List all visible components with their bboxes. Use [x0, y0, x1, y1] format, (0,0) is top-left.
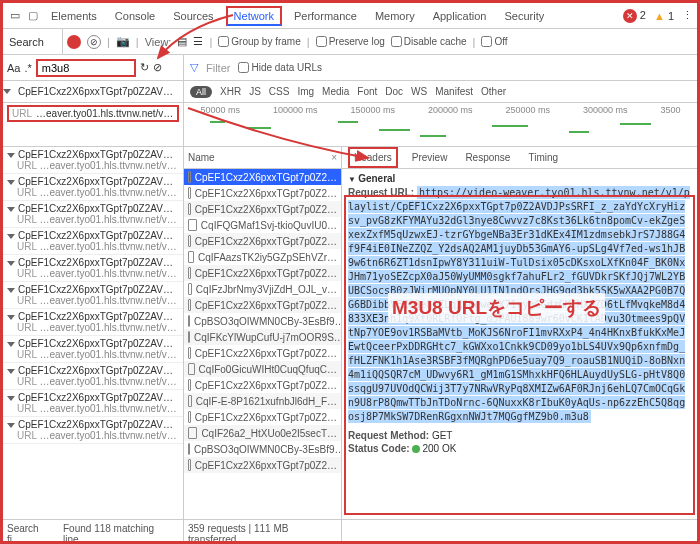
- search-result-item[interactable]: CpEF1Cxz2X6pxxTGpt7p0Z2AVDJP……eaver.tyo0…: [3, 282, 183, 309]
- disable-cache-checkbox[interactable]: Disable cache: [391, 36, 467, 47]
- filter-img[interactable]: Img: [297, 86, 314, 98]
- match-case[interactable]: Aa: [7, 62, 20, 74]
- tab-security[interactable]: Security: [496, 6, 552, 26]
- second-toolbar: Search ⊘ | 📷 | View: ▤ ☰ | Group by fram…: [3, 29, 697, 55]
- search-result-item[interactable]: CpEF1Cxz2X6pxxTGpt7p0Z2AVDJP……eaver.tyo0…: [3, 336, 183, 363]
- status-bar: Search fi… Found 118 matching line… 359 …: [3, 519, 697, 541]
- search-result-title[interactable]: CpEF1Cxz2X6pxxTGpt7p0Z2AVDJP…: [14, 86, 183, 97]
- request-row[interactable]: CqIFo0GicuWIHt0CuqQfuqC…: [184, 361, 341, 377]
- hide-data-urls[interactable]: Hide data URLs: [238, 62, 322, 73]
- filter-icon[interactable]: ▽: [190, 61, 198, 74]
- file-icon: [188, 187, 191, 199]
- name-column-header[interactable]: Name: [188, 152, 215, 163]
- search-result-item[interactable]: CpEF1Cxz2X6pxxTGpt7p0Z2AVDJP……eaver.tyo0…: [3, 228, 183, 255]
- view-large-icon[interactable]: ▤: [177, 35, 187, 48]
- status-requests: 359 requests: [188, 523, 246, 534]
- search-result-url-highlight[interactable]: URL…eaver.tyo01.hls.ttvnw.net/v…: [7, 105, 179, 122]
- request-row[interactable]: CpEF1Cxz2X6pxxTGpt7p0Z2…: [184, 265, 341, 281]
- detail-tab-timing[interactable]: Timing: [524, 149, 562, 166]
- inspect-icon[interactable]: ▭: [7, 8, 23, 24]
- request-method-value: GET: [432, 430, 453, 441]
- file-icon: [188, 395, 192, 407]
- request-row[interactable]: CpEF1Cxz2X6pxxTGpt7p0Z2…: [184, 345, 341, 361]
- request-row[interactable]: CpEF1Cxz2X6pxxTGpt7p0Z2…: [184, 409, 341, 425]
- filter-other[interactable]: Other: [481, 86, 506, 98]
- tab-sources[interactable]: Sources: [165, 6, 221, 26]
- filter-font[interactable]: Font: [357, 86, 377, 98]
- warning-badge[interactable]: ▲ 1: [654, 10, 674, 22]
- close-panel-icon[interactable]: ×: [331, 152, 337, 163]
- refresh-icon[interactable]: ↻: [140, 61, 149, 74]
- request-row[interactable]: CpEF1Cxz2X6pxxTGpt7p0Z2…: [184, 457, 341, 473]
- detail-tab-preview[interactable]: Preview: [408, 149, 452, 166]
- filter-media[interactable]: Media: [322, 86, 349, 98]
- clear-button[interactable]: ⊘: [87, 35, 101, 49]
- file-icon: [188, 427, 197, 439]
- record-button[interactable]: [67, 35, 81, 49]
- waterfall-overview[interactable]: 50000 ms100000 ms150000 ms200000 ms25000…: [184, 103, 697, 146]
- request-url-value[interactable]: https://video-weaver.tyo01.hls.ttvnw.net…: [348, 186, 690, 423]
- filter-xhr[interactable]: XHR: [220, 86, 241, 98]
- search-result-item[interactable]: CpEF1Cxz2X6pxxTGpt7p0Z2AVDJP……eaver.tyo0…: [3, 363, 183, 390]
- regex-toggle[interactable]: .*: [24, 62, 31, 74]
- search-input[interactable]: [36, 59, 136, 77]
- preserve-log-checkbox[interactable]: Preserve log: [316, 36, 385, 47]
- request-method-label: Request Method:: [348, 430, 429, 441]
- request-row[interactable]: CpEF1Cxz2X6pxxTGpt7p0Z2…: [184, 185, 341, 201]
- request-row[interactable]: CpEF1Cxz2X6pxxTGpt7p0Z2…: [184, 169, 341, 185]
- search-result-item[interactable]: CpEF1Cxz2X6pxxTGpt7p0Z2AVDJP……eaver.tyo0…: [3, 255, 183, 282]
- request-row[interactable]: CqIF26a2_HtXUo0e2I5secT…: [184, 425, 341, 441]
- request-url-label: Request URL:: [348, 187, 414, 198]
- device-icon[interactable]: ▢: [25, 8, 41, 24]
- view-small-icon[interactable]: ☰: [193, 35, 203, 48]
- file-icon: [188, 251, 194, 263]
- request-row[interactable]: CpEF1Cxz2X6pxxTGpt7p0Z2…: [184, 297, 341, 313]
- general-section[interactable]: General: [348, 173, 691, 184]
- tab-memory[interactable]: Memory: [367, 6, 423, 26]
- detail-tab-response[interactable]: Response: [461, 149, 514, 166]
- tab-console[interactable]: Console: [107, 6, 163, 26]
- filter-js[interactable]: JS: [249, 86, 261, 98]
- filter-css[interactable]: CSS: [269, 86, 290, 98]
- file-icon: [188, 283, 192, 295]
- request-row[interactable]: CpBSO3qOIWMN0CBy-3EsBf9…: [184, 313, 341, 329]
- tab-elements[interactable]: Elements: [43, 6, 105, 26]
- search-result-item[interactable]: CpEF1Cxz2X6pxxTGpt7p0Z2AVDJP……eaver.tyo0…: [3, 147, 183, 174]
- group-by-frame-checkbox[interactable]: Group by frame: [218, 36, 300, 47]
- filter-manifest[interactable]: Manifest: [435, 86, 473, 98]
- filter-ws[interactable]: WS: [411, 86, 427, 98]
- more-icon[interactable]: ⋮: [682, 9, 693, 22]
- file-icon: [188, 203, 191, 215]
- error-badge[interactable]: ✕ 2: [623, 9, 646, 23]
- file-icon: [188, 443, 190, 455]
- file-icon: [188, 331, 190, 343]
- request-row[interactable]: CqIFzJbrNmy3VjiZdH_OJL_v…: [184, 281, 341, 297]
- search-result-item[interactable]: CpEF1Cxz2X6pxxTGpt7p0Z2AVDJP……eaver.tyo0…: [3, 390, 183, 417]
- request-row[interactable]: CqIF-E-8P1621xufnbJl6dH_F…: [184, 393, 341, 409]
- request-row[interactable]: CqIFKcYlWupCufU-j7mOOR9S…: [184, 329, 341, 345]
- status-code-value: 200 OK: [422, 443, 456, 454]
- camera-icon[interactable]: 📷: [116, 35, 130, 48]
- tab-application[interactable]: Application: [425, 6, 495, 26]
- filter-doc[interactable]: Doc: [385, 86, 403, 98]
- search-result-item[interactable]: CpEF1Cxz2X6pxxTGpt7p0Z2AVDJP……eaver.tyo0…: [3, 417, 183, 444]
- detail-tab-headers[interactable]: Headers: [348, 147, 398, 168]
- search-result-item[interactable]: CpEF1Cxz2X6pxxTGpt7p0Z2AVDJP……eaver.tyo0…: [3, 201, 183, 228]
- search-result-item[interactable]: CpEF1Cxz2X6pxxTGpt7p0Z2AVDJP……eaver.tyo0…: [3, 309, 183, 336]
- request-row[interactable]: CqIFAazsTK2iy5GZpSEhVZr…: [184, 249, 341, 265]
- view-label: View:: [145, 36, 172, 48]
- search-result-item[interactable]: CpEF1Cxz2X6pxxTGpt7p0Z2AVDJP……eaver.tyo0…: [3, 174, 183, 201]
- request-row[interactable]: CqIFQGMaf1Svj-tkioQuvIU0…: [184, 217, 341, 233]
- filter-all[interactable]: All: [190, 86, 212, 98]
- request-row[interactable]: CpEF1Cxz2X6pxxTGpt7p0Z2…: [184, 377, 341, 393]
- filter-input[interactable]: Filter: [206, 62, 230, 74]
- filter-type-row: CpEF1Cxz2X6pxxTGpt7p0Z2AVDJP… All XHR JS…: [3, 81, 697, 103]
- tab-network[interactable]: Network: [226, 6, 282, 26]
- offline-checkbox[interactable]: Off: [481, 36, 507, 47]
- request-row[interactable]: CpEF1Cxz2X6pxxTGpt7p0Z2…: [184, 201, 341, 217]
- request-row[interactable]: CpBSO3qOIWMN0CBy-3EsBf9…: [184, 441, 341, 457]
- file-icon: [188, 379, 191, 391]
- tab-performance[interactable]: Performance: [286, 6, 365, 26]
- request-row[interactable]: CpEF1Cxz2X6pxxTGpt7p0Z2…: [184, 233, 341, 249]
- clear-search-icon[interactable]: ⊘: [153, 61, 162, 74]
